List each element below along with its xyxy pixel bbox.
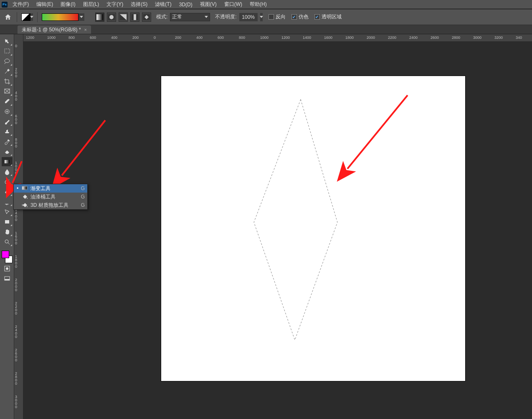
editor-area: 1200100080060040020002004006008001000120… [23, 34, 532, 419]
angle-gradient-button[interactable] [119, 13, 128, 22]
blend-mode-select[interactable]: 正常 [170, 13, 210, 21]
dodge-tool[interactable] [2, 177, 13, 186]
spot-heal-tool[interactable] [2, 107, 13, 116]
svg-rect-4 [134, 14, 136, 20]
menu-window[interactable]: 窗口(W) [222, 0, 245, 9]
document-tab[interactable]: 未标题-1 @ 50%(RGB/8) * × [18, 25, 91, 34]
gradient-tool-flyout: • 渐变工具 G 油漆桶工具 G 3D 3D 材质拖放工具 G [13, 184, 88, 210]
flyout-item-label: 3D 材质拖放工具 [30, 202, 79, 209]
linear-gradient-button[interactable] [95, 13, 104, 22]
svg-rect-0 [96, 14, 103, 20]
flyout-indicator-icon [10, 114, 12, 116]
svg-point-9 [8, 140, 9, 141]
app-icon: Ps [2, 2, 8, 8]
menu-layer[interactable]: 图层(L) [81, 0, 102, 9]
menu-view[interactable]: 视图(V) [198, 0, 219, 9]
ruler-tick: 3200 [494, 36, 503, 40]
home-button[interactable] [3, 13, 13, 22]
zoom-tool[interactable] [2, 237, 13, 246]
flyout-item-1[interactable]: 油漆桶工具 G [14, 193, 87, 201]
menu-type[interactable]: 文字(Y) [104, 0, 126, 9]
canvas[interactable] [161, 76, 465, 381]
screen-mode-button[interactable] [2, 274, 13, 283]
flyout-indicator-icon [10, 94, 12, 96]
hand-tool[interactable] [2, 227, 13, 236]
svg-rect-13 [5, 220, 9, 223]
tool-palette: T [0, 34, 14, 419]
pen-tool[interactable] [2, 187, 13, 196]
ruler-tick: 2400 [409, 36, 418, 40]
flyout-indicator-icon [10, 54, 12, 56]
ruler-tick: 1000 [15, 161, 23, 175]
blur-tool[interactable] [2, 167, 13, 176]
flyout-indicator-icon [10, 124, 12, 126]
ruler-tick: 200 [15, 68, 23, 78]
svg-point-11 [5, 180, 8, 184]
checkbox-icon: ✔ [314, 14, 320, 20]
flyout-indicator-icon [10, 214, 12, 216]
svg-point-14 [5, 240, 8, 243]
menu-help[interactable]: 帮助(H) [247, 0, 269, 9]
horizontal-ruler: 1200100080060040020002004006008001000120… [23, 34, 532, 42]
crop-tool[interactable] [2, 77, 13, 86]
menu-filter[interactable]: 滤镜(T) [152, 0, 174, 9]
dither-checkbox[interactable]: ✔仿色 [291, 13, 309, 20]
opacity-value[interactable]: 100% [239, 13, 258, 21]
type-tool[interactable]: T [2, 197, 13, 206]
menu-file[interactable]: 文件(F) [10, 0, 31, 9]
gradient-preset-picker[interactable] [42, 13, 84, 21]
eraser-tool[interactable] [2, 147, 13, 156]
flyout-item-label: 油漆桶工具 [30, 193, 79, 201]
path-select-tool[interactable] [2, 207, 13, 216]
document-title: 未标题-1 @ 50%(RGB/8) * [22, 26, 81, 33]
ruler-tick: 400 [196, 36, 203, 40]
history-brush-tool[interactable] [2, 137, 13, 146]
ruler-tick: 0 [154, 36, 156, 40]
menu-select[interactable]: 选择(S) [128, 0, 150, 9]
transparency-checkbox[interactable]: ✔透明区域 [314, 13, 342, 20]
gradient-swatch-icon [21, 13, 30, 21]
gradient-tool[interactable] [2, 157, 13, 166]
move-tool[interactable] [2, 37, 13, 46]
menu-image[interactable]: 图像(I) [58, 0, 78, 9]
ruler-tick: 400 [15, 91, 23, 101]
opacity-dropdown[interactable] [260, 13, 263, 21]
frame-tool[interactable] [2, 87, 13, 96]
rectangle-tool[interactable] [2, 217, 13, 226]
menu-edit[interactable]: 编辑(E) [34, 0, 56, 9]
ruler-tick: 800 [68, 36, 75, 40]
svg-point-16 [6, 267, 8, 270]
blend-mode-value: 正常 [172, 13, 182, 20]
flyout-indicator-icon [10, 224, 12, 226]
ruler-tick: 200 [132, 36, 139, 40]
ruler-tick: 800 [239, 36, 245, 40]
flyout-indicator-icon [10, 184, 12, 186]
foreground-color-swatch[interactable] [2, 251, 9, 258]
ruler-tick: 2400 [15, 325, 23, 338]
eyedropper-tool[interactable] [2, 97, 13, 106]
ruler-tick: 0 [15, 44, 23, 48]
menu-3d[interactable]: 3D(D) [177, 1, 195, 8]
flyout-indicator-icon [10, 204, 12, 206]
close-icon[interactable]: × [84, 27, 87, 32]
separator [17, 12, 17, 22]
color-swatches[interactable] [2, 251, 13, 263]
tool-preset-picker[interactable] [21, 13, 33, 21]
ruler-tick: 200 [175, 36, 181, 40]
flyout-item-0[interactable]: • 渐变工具 G [14, 184, 87, 193]
radial-gradient-button[interactable] [107, 13, 116, 22]
marquee-tool[interactable] [2, 47, 13, 56]
reflected-gradient-button[interactable] [130, 13, 139, 22]
reverse-checkbox[interactable]: 反向 [269, 13, 286, 20]
lasso-tool[interactable] [2, 57, 13, 66]
quick-mask-button[interactable] [2, 264, 13, 273]
checkbox-icon [269, 14, 274, 20]
svg-text:3D: 3D [22, 204, 25, 206]
brush-tool[interactable] [2, 117, 13, 126]
mode-label: 模式: [156, 13, 167, 20]
ruler-tick: 1800 [15, 255, 23, 268]
flyout-item-2[interactable]: 3D 3D 材质拖放工具 G [14, 201, 87, 209]
magic-wand-tool[interactable] [2, 67, 13, 76]
diamond-gradient-button[interactable] [142, 13, 151, 22]
clone-stamp-tool[interactable] [2, 127, 13, 136]
